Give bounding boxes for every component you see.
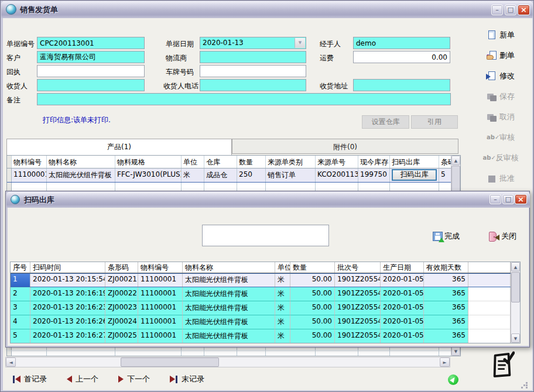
tab-products[interactable]: 产品(1) xyxy=(6,139,232,155)
nav-label: 末记录 xyxy=(182,374,204,384)
scan-record-row[interactable]: 22020-01-13 20:16:19ZJ0002211100001太阳能光伏… xyxy=(11,287,520,301)
receiver-label: 收货人 xyxy=(6,81,28,91)
scan-cell: 11100001 xyxy=(138,301,183,315)
scan-cell: 3 xyxy=(11,301,30,315)
modal-maximize-button[interactable]: □ xyxy=(502,194,514,204)
product-header-cell: 物料编号 xyxy=(12,156,47,168)
nav-last-button[interactable]: 末记录 xyxy=(170,374,204,384)
empty-cell xyxy=(439,351,452,356)
scan-out-button[interactable]: 扫码出库 xyxy=(392,169,437,181)
action-label: 新单 xyxy=(499,30,515,40)
scan-header-cell: 单位 xyxy=(275,262,290,273)
maximize-button[interactable]: □ xyxy=(505,5,516,15)
receiver-phone-field[interactable] xyxy=(200,79,306,91)
scan-cell: 米 xyxy=(275,329,290,343)
scroll-down-icon[interactable]: ▼ xyxy=(451,346,460,356)
plate-field[interactable] xyxy=(200,65,306,77)
scan-out-dialog: 扫码出库 – □ × 完成 关闭 序号扫码时间条形码物料编号物料名称单位数量批次… xyxy=(5,191,530,348)
main-titlebar[interactable]: 销售发货单 – □ × xyxy=(1,1,533,18)
scroll-up-icon[interactable]: ▲ xyxy=(451,156,460,165)
scroll-right-icon[interactable]: ► xyxy=(440,357,450,367)
scan-cell: 50.00 xyxy=(290,273,335,287)
new-icon xyxy=(487,30,497,40)
hscroll-thumb[interactable] xyxy=(121,357,219,367)
tab-attachments[interactable]: 附件(0) xyxy=(232,139,458,154)
nav-prev-button[interactable]: 上一个 xyxy=(67,374,98,384)
freight-field[interactable] xyxy=(353,51,450,63)
modal-vscroll-thumb[interactable] xyxy=(511,272,520,302)
action-new-button[interactable]: 新单 xyxy=(473,29,529,42)
nav-label: 下一个 xyxy=(127,374,150,384)
scan-cell: 2020-01-05 xyxy=(381,329,424,343)
product-cell: FFC-JW3010(PLUS) xyxy=(115,169,182,182)
handler-field[interactable] xyxy=(353,37,450,49)
modal-titlebar[interactable]: 扫码出库 – □ × xyxy=(6,192,530,208)
modal-scroll-up-icon[interactable]: ▲ xyxy=(511,262,520,271)
scan-cell: 2020-01-13 20:16:23 xyxy=(30,301,105,315)
remark-field[interactable] xyxy=(37,93,451,105)
scan-cell: 1 xyxy=(11,273,30,287)
clipboard-logo-icon xyxy=(490,350,515,379)
scan-cell: 太阳能光伏组件背板 xyxy=(183,329,275,343)
scan-record-row[interactable]: 12020-01-13 20:15:54ZJ0002111100001太阳能光伏… xyxy=(11,273,520,287)
action-unaudit-button: ab✓反审核 xyxy=(473,152,529,164)
row-stub xyxy=(7,351,12,356)
nav-first-button[interactable]: 首记录 xyxy=(12,374,47,384)
scan-cell: 1901Z20554 xyxy=(335,329,381,343)
customer-field[interactable] xyxy=(37,51,145,63)
scan-filler-cell xyxy=(468,273,511,287)
product-header-cell: 扫码出库 xyxy=(390,156,439,168)
scan-header-cell: 条形码 xyxy=(105,262,138,273)
action-modify-button[interactable]: 修改 xyxy=(473,70,529,82)
action-delete-button[interactable]: 删单 xyxy=(473,49,529,62)
resize-grip[interactable] xyxy=(526,382,528,384)
scan-header-cell: 物料编号 xyxy=(138,262,183,273)
product-empty-row xyxy=(7,351,460,356)
scan-record-row[interactable]: 32020-01-13 20:16:23ZJ0002311100001太阳能光伏… xyxy=(11,301,520,315)
product-header-cell: 单位 xyxy=(182,156,204,168)
action-label: 反审核 xyxy=(496,153,519,163)
modal-minimize-button[interactable]: – xyxy=(490,194,501,204)
product-cell: 5 xyxy=(439,169,452,182)
scan-cell: 2020-01-13 20:16:19 xyxy=(30,287,105,301)
scan-record-row[interactable]: 52020-01-13 20:16:27ZJ0002511100001太阳能光伏… xyxy=(11,329,520,343)
modal-scroll-down-icon[interactable]: ▼ xyxy=(511,333,520,343)
product-row[interactable]: 11100001太阳能光伏组件背板FFC-JW3010(PLUS)米成品仓250… xyxy=(7,169,460,183)
scan-filler-cell xyxy=(468,287,511,301)
nav-next-button[interactable]: 下一个 xyxy=(118,374,150,384)
scan-record-row[interactable]: 42020-01-13 20:16:26ZJ0002411100001太阳能光伏… xyxy=(11,315,520,329)
action-cancel-button: 取消 xyxy=(473,111,529,123)
minimize-button[interactable]: – xyxy=(491,5,503,15)
logistics-field[interactable] xyxy=(200,51,306,63)
product-header-cell: 物料规格 xyxy=(115,156,182,168)
finish-button[interactable]: 完成 xyxy=(433,231,460,242)
doc-no-label: 单据编号 xyxy=(6,39,35,49)
handler-label: 经手人 xyxy=(320,39,341,49)
barcode-scan-input[interactable] xyxy=(202,225,329,246)
receiver-field[interactable] xyxy=(37,79,145,91)
remark-label: 备注 xyxy=(6,95,20,105)
scroll-left-icon[interactable]: ◄ xyxy=(6,357,16,367)
scan-table-vscrollbar[interactable]: ▲ ▼ xyxy=(511,262,520,343)
scan-cell: 米 xyxy=(275,287,290,301)
modal-close-button[interactable]: × xyxy=(515,194,527,204)
dialog-close-button[interactable]: 关闭 xyxy=(489,231,516,242)
product-cell: 成品仓 xyxy=(204,169,237,182)
product-cell: 扫码出库 xyxy=(390,169,439,182)
product-table-hscrollbar[interactable]: ◄ ► xyxy=(5,357,450,367)
scan-cell: 1901Z20554 xyxy=(335,301,381,315)
doc-date-dropdown-icon[interactable]: ▼ xyxy=(295,38,305,48)
scan-cell: 365 xyxy=(424,301,468,315)
doc-no-field[interactable] xyxy=(37,37,145,49)
close-button[interactable]: × xyxy=(518,5,530,15)
receipt-field[interactable] xyxy=(37,65,145,77)
delete-icon xyxy=(487,50,497,61)
scan-header-cell: 有效期天数 xyxy=(424,262,468,273)
action-label: 批准 xyxy=(499,173,515,184)
scan-cell: 5 xyxy=(11,329,30,343)
scan-cell: 2020-01-05 xyxy=(381,315,424,329)
logistics-label: 物流商 xyxy=(166,53,187,63)
address-field[interactable] xyxy=(353,79,450,91)
scan-filler-cell xyxy=(468,329,511,343)
doc-date-combo[interactable]: 2020-01-13 ▼ xyxy=(200,37,306,49)
